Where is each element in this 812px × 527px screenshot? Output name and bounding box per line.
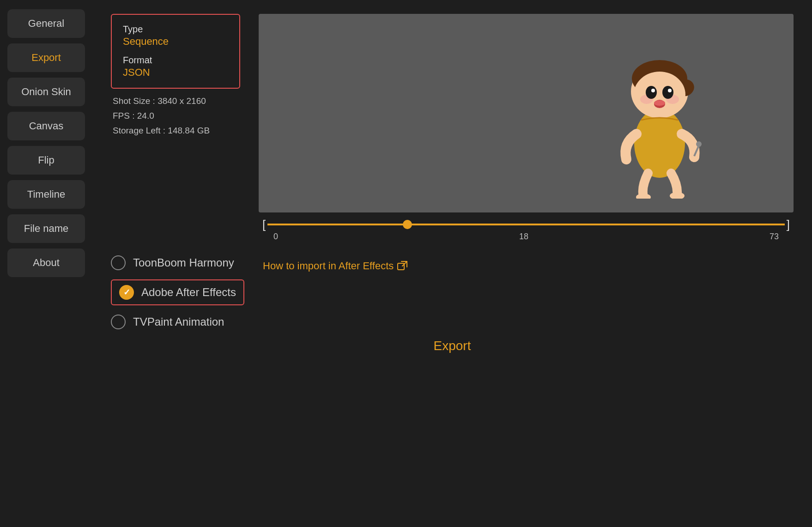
timeline-start: 0 — [273, 232, 278, 242]
radio-item-tvpaint[interactable]: TVPaint Animation — [111, 315, 244, 329]
character-illustration — [600, 23, 720, 199]
sidebar-item-flip[interactable]: Flip — [7, 146, 85, 175]
svg-point-6 — [634, 72, 685, 118]
timeline-bracket-left: [ — [262, 218, 266, 230]
svg-point-9 — [646, 86, 657, 99]
shot-size-label: Shot Size : — [113, 96, 155, 106]
radio-item-toonboom[interactable]: ToonBoom Harmony — [111, 255, 244, 270]
timeline-bracket-right: ] — [787, 218, 790, 230]
preview-canvas — [259, 14, 794, 212]
fps-stat: FPS : 24.0 — [113, 111, 240, 121]
storage-stat: Storage Left : 148.84 GB — [113, 126, 240, 136]
timeline-track[interactable]: [ ] — [262, 220, 790, 229]
svg-point-14 — [654, 100, 665, 106]
sidebar-item-onion-skin[interactable]: Onion Skin — [7, 78, 85, 106]
timeline-labels: 0 18 73 — [262, 229, 790, 242]
type-value: Sequence — [123, 36, 228, 48]
radio-circle-aftereffects — [119, 285, 134, 300]
top-section: Type Sequence Format JSON Shot Size : 38… — [111, 14, 794, 242]
ae-link-area: How to import in After Effects — [263, 255, 794, 272]
svg-point-18 — [670, 192, 685, 199]
shot-size-value: 3840 x 2160 — [158, 96, 206, 106]
sidebar-item-filename[interactable]: File name — [7, 214, 85, 243]
svg-point-17 — [636, 194, 651, 199]
svg-point-10 — [662, 86, 673, 99]
timeline-thumb[interactable] — [403, 220, 412, 229]
radio-circle-toonboom — [111, 255, 126, 270]
export-footer: Export — [111, 339, 794, 363]
ae-link-label: How to import in After Effects — [263, 260, 394, 272]
timeline-mid: 18 — [519, 232, 528, 242]
info-panel: Type Sequence Format JSON Shot Size : 38… — [111, 14, 240, 136]
external-link-icon — [397, 261, 407, 271]
fps-value: 24.0 — [137, 111, 154, 121]
ae-import-link[interactable]: How to import in After Effects — [263, 260, 407, 272]
svg-point-11 — [651, 89, 655, 92]
preview-area: [ ] 0 18 73 — [259, 14, 794, 242]
radio-label-toonboom: ToonBoom Harmony — [133, 256, 234, 269]
sidebar-item-canvas[interactable]: Canvas — [7, 112, 85, 140]
stats-list: Shot Size : 3840 x 2160 FPS : 24.0 Stora… — [111, 96, 240, 136]
format-section: Format JSON — [123, 55, 228, 79]
svg-point-16 — [696, 141, 702, 147]
sidebar-item-export[interactable]: Export — [7, 43, 85, 72]
type-format-card: Type Sequence Format JSON — [111, 14, 240, 89]
main-content: Type Sequence Format JSON Shot Size : 38… — [92, 0, 812, 527]
storage-value: 148.84 GB — [168, 126, 210, 135]
fps-label: FPS : — [113, 111, 135, 121]
radio-label-tvpaint: TVPaint Animation — [133, 315, 224, 328]
timeline-container: [ ] 0 18 73 — [259, 220, 794, 242]
radio-group: ToonBoom Harmony Adobe After Effects TVP… — [111, 255, 244, 329]
timeline-end: 73 — [770, 232, 779, 242]
type-section: Type Sequence — [123, 24, 228, 48]
radio-circle-tvpaint — [111, 315, 126, 329]
timeline-line — [267, 224, 785, 225]
format-label: Format — [123, 55, 228, 66]
storage-label: Storage Left : — [113, 126, 165, 135]
radio-item-aftereffects[interactable]: Adobe After Effects — [111, 279, 244, 305]
format-value: JSON — [123, 67, 228, 79]
export-button[interactable]: Export — [434, 339, 471, 353]
options-row: ToonBoom Harmony Adobe After Effects TVP… — [111, 255, 794, 329]
sidebar-item-timeline[interactable]: Timeline — [7, 180, 85, 209]
svg-point-0 — [634, 109, 685, 178]
sidebar: General Export Onion Skin Canvas Flip Ti… — [0, 0, 92, 527]
sidebar-item-general[interactable]: General — [7, 9, 85, 38]
svg-rect-19 — [398, 263, 404, 270]
svg-point-12 — [668, 89, 672, 92]
sidebar-item-about[interactable]: About — [7, 248, 85, 277]
type-label: Type — [123, 24, 228, 35]
radio-label-aftereffects: Adobe After Effects — [141, 286, 236, 299]
shot-size-stat: Shot Size : 3840 x 2160 — [113, 96, 240, 106]
bottom-section: ToonBoom Harmony Adobe After Effects TVP… — [111, 251, 794, 363]
